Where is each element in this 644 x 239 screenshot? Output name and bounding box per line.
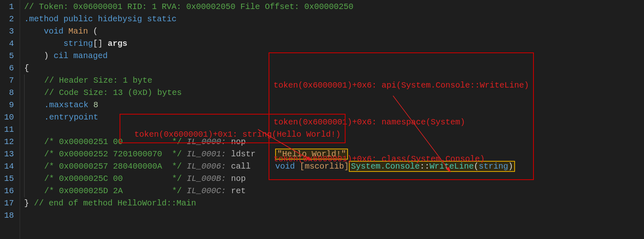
code-line: string[] args: [24, 38, 515, 50]
punct: (: [474, 162, 479, 171]
keyword: cil managed: [54, 51, 108, 61]
code-line: void Main (: [24, 25, 515, 38]
code-line: /* 0x0000025C 00 */ IL_000B: nop: [24, 173, 515, 185]
brace: }: [24, 198, 29, 208]
comment: // Header Size: 1 byte: [44, 76, 152, 85]
code-line: // Header Size: 1 byte: [24, 74, 515, 87]
line-number: 5: [4, 50, 14, 62]
assembly-ref: [mscorlib]: [300, 162, 349, 171]
namespace: System.: [351, 162, 385, 171]
il-label: IL_000B:: [187, 174, 226, 183]
line-number-gutter: 1 2 3 4 5 6 7 8 9 10 11 12 13 14 15 16 1…: [0, 0, 20, 239]
keyword: .method: [24, 14, 59, 24]
indent-guide: [24, 148, 25, 160]
opcode: nop: [231, 174, 246, 183]
code-line: [24, 124, 515, 136]
sep: ::: [420, 162, 429, 171]
line-number: 3: [4, 25, 14, 38]
line-number: 16: [4, 185, 14, 197]
punct: []: [93, 39, 103, 48]
line-number: 12: [4, 136, 14, 148]
line-number: 14: [4, 160, 14, 173]
code-line: /* 0x0000025D 2A */ IL_000C: ret: [24, 185, 515, 197]
number: 8: [93, 100, 98, 110]
il-label: IL_0001:: [187, 149, 226, 159]
code-line: // Token: 0x06000001 RID: 1 RVA: 0x00002…: [24, 1, 515, 13]
line-number: 11: [4, 124, 14, 136]
code-line: /* 0x00000251 00 */ IL_0000: nop: [24, 136, 515, 148]
il-label: IL_0006:: [187, 162, 226, 171]
opcode: ret: [231, 186, 246, 196]
bytecode-comment: /* 0x00000257 280400000A */: [44, 162, 182, 171]
class: Console: [385, 162, 420, 171]
code-line: .entrypoint: [24, 111, 515, 124]
line-number: 17: [4, 197, 14, 210]
line-number: 9: [4, 99, 14, 111]
brace: {: [24, 63, 29, 73]
code-line: ) cil managed: [24, 50, 515, 62]
type: string: [479, 162, 508, 171]
line-number: 7: [4, 74, 14, 87]
indent-guide: [24, 124, 25, 136]
line-number: 2: [4, 13, 14, 25]
line-number: 18: [4, 210, 14, 222]
param: args: [108, 39, 127, 48]
opcode: ldstr: [231, 149, 255, 159]
indent-guide: [24, 99, 25, 111]
indent-guide: [24, 160, 25, 173]
indent-guide: [24, 136, 25, 148]
punct: ): [44, 51, 54, 61]
code-line: } // end of method HelloWorld::Main: [24, 197, 515, 210]
comment: // Code Size: 13 (0xD) bytes: [44, 88, 182, 97]
type: void: [275, 162, 295, 171]
keyword: .maxstack: [44, 100, 88, 110]
string-literal: "Hello World!": [277, 149, 346, 159]
il-label: IL_0000:: [187, 137, 226, 147]
indent-guide: [24, 173, 25, 185]
line-number: 10: [4, 111, 14, 124]
bytecode-comment: /* 0x00000251 00 */: [44, 137, 182, 147]
keyword: static: [147, 14, 176, 24]
punct: (: [88, 27, 98, 36]
line-number: 13: [4, 148, 14, 160]
code-line: /* 0x00000257 280400000A */ IL_0006: cal…: [24, 160, 515, 173]
code-content[interactable]: // Token: 0x06000001 RID: 1 RVA: 0x00002…: [20, 0, 515, 239]
code-editor: 1 2 3 4 5 6 7 8 9 10 11 12 13 14 15 16 1…: [0, 0, 644, 239]
indent-guide: [24, 87, 25, 99]
code-line: [24, 210, 515, 222]
keyword: .entrypoint: [44, 113, 98, 122]
line-number: 4: [4, 38, 14, 50]
method-name: Main: [68, 27, 88, 36]
code-line: .maxstack 8: [24, 99, 515, 111]
line-number: 1: [4, 1, 14, 13]
code-line: .method public hidebysig static: [24, 13, 515, 25]
bytecode-comment: /* 0x0000025D 2A */: [44, 186, 182, 196]
api-call-highlight: System.Console::WriteLine(string): [349, 161, 515, 172]
code-line: {: [24, 62, 515, 74]
opcode: call: [231, 162, 251, 171]
line-number: 15: [4, 173, 14, 185]
method: WriteLine: [429, 162, 474, 171]
string-literal-highlight: "Hello World!": [275, 149, 348, 160]
indent-guide: [24, 74, 25, 87]
opcode: nop: [231, 137, 246, 147]
indent-guide: [24, 185, 25, 197]
code-line: // Code Size: 13 (0xD) bytes: [24, 87, 515, 99]
line-number: 8: [4, 87, 14, 99]
il-label: IL_000C:: [187, 186, 226, 196]
bytecode-comment: /* 0x0000025C 00 */: [44, 174, 182, 183]
bytecode-comment: /* 0x00000252 7201000070 */: [44, 149, 182, 159]
type: void: [44, 27, 63, 36]
comment: // Token: 0x06000001 RID: 1 RVA: 0x00002…: [24, 2, 353, 11]
comment: // end of method HelloWorld::Main: [29, 198, 196, 208]
indent-guide: [24, 111, 25, 124]
punct: ): [508, 162, 513, 171]
code-line: /* 0x00000252 7201000070 */ IL_0001: lds…: [24, 148, 515, 160]
keyword: hidebysig: [98, 14, 142, 24]
line-number: 6: [4, 62, 14, 74]
type: string: [63, 39, 93, 48]
keyword: public: [63, 14, 93, 24]
